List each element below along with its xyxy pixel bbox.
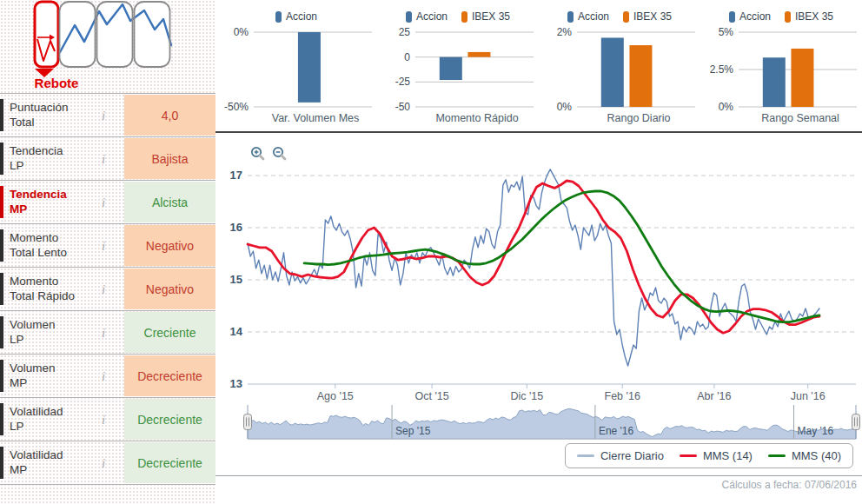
info-icon[interactable]: i xyxy=(102,108,105,123)
row-label: TendenciaLP xyxy=(10,143,63,174)
navigator-area[interactable] xyxy=(248,408,856,439)
row-label: VolumenLP xyxy=(10,317,56,348)
table-row[interactable]: TendenciaLPiBajista xyxy=(0,136,216,180)
info-icon[interactable]: i xyxy=(102,282,105,296)
selected-pattern-label: Rebote xyxy=(26,76,87,90)
info-icon[interactable]: i xyxy=(102,368,105,383)
series-line-mms-40- xyxy=(304,191,819,322)
navigator-handle-right[interactable] xyxy=(852,414,860,430)
y-axis-label: 0% xyxy=(557,101,573,112)
y-axis-label: 14 xyxy=(230,325,243,338)
table-row[interactable]: MomentoTotal LentoiNegativo xyxy=(0,223,216,267)
legend-marker xyxy=(785,11,791,23)
mini-chart: Accion0%-50%Var. Volumen Mes xyxy=(216,0,377,131)
row-label: MomentoTotal Rápido xyxy=(10,274,75,304)
legend-item[interactable]: Cierre Diario xyxy=(577,449,664,462)
bar-IBEX 35[interactable] xyxy=(467,52,490,57)
navigator-label: Ene '16 xyxy=(599,425,634,437)
y-axis-label: -50% xyxy=(224,101,249,112)
mini-chart-legend: AccionIBEX 35 xyxy=(539,0,700,25)
zoom-out-button[interactable] xyxy=(272,146,288,165)
bar-IBEX 35[interactable] xyxy=(791,49,813,107)
row-value: Decreciente xyxy=(124,399,216,440)
series-line-cierre-diario xyxy=(248,169,819,366)
legend-item[interactable]: IBEX 35 xyxy=(785,10,833,23)
legend-item[interactable]: Accion xyxy=(406,10,448,23)
legend-label: Accion xyxy=(286,10,317,23)
zoom-in-button[interactable] xyxy=(250,146,266,165)
info-icon[interactable]: i xyxy=(102,195,105,209)
legend-marker xyxy=(768,454,786,457)
bar-Accion[interactable] xyxy=(601,37,624,107)
mini-chart-legend: Accion xyxy=(216,0,377,25)
mini-charts: Accion0%-50%Var. Volumen MesAccionIBEX 3… xyxy=(216,0,862,133)
bar-Accion[interactable] xyxy=(763,57,786,107)
table-row[interactable]: PuntuaciónTotali4,0 xyxy=(0,93,216,136)
row-label: VolatilidadMP xyxy=(10,448,63,478)
legend-item[interactable]: IBEX 35 xyxy=(461,10,510,23)
row-value: Creciente xyxy=(124,312,216,353)
table-row[interactable]: TendenciaMPiAlcista xyxy=(0,180,216,223)
legend-marker xyxy=(461,11,467,23)
mini-chart-legend: AccionIBEX 35 xyxy=(700,0,862,25)
legend-item[interactable]: IBEX 35 xyxy=(623,10,672,23)
legend-label: MMS (14) xyxy=(703,449,753,462)
row-value: Bajista xyxy=(124,138,216,179)
row-accent-bar xyxy=(0,403,3,435)
table-row[interactable]: VolumenMPiDecreciente xyxy=(0,354,216,397)
pattern-box-bg xyxy=(60,2,96,67)
x-axis-label: Abr '16 xyxy=(697,390,731,402)
legend-label: Accion xyxy=(416,10,448,23)
legend-marker xyxy=(567,11,574,23)
legend-item[interactable]: Accion xyxy=(729,10,771,23)
row-label: PuntuaciónTotal xyxy=(10,100,69,130)
legend-item[interactable]: Accion xyxy=(275,10,317,23)
table-row[interactable]: VolumenLPiCreciente xyxy=(0,310,216,354)
mini-chart: AccionIBEX 355%2.5%0%Rango Semanal xyxy=(700,0,862,131)
pattern-box-bg xyxy=(135,2,170,67)
pattern-icons[interactable] xyxy=(0,0,182,80)
row-value: 4,0 xyxy=(124,95,216,136)
x-axis-label: Jun '16 xyxy=(791,390,826,402)
info-icon[interactable]: i xyxy=(102,455,105,470)
row-accent-bar xyxy=(0,99,3,131)
table-row[interactable]: MomentoTotal RápidoiNegativo xyxy=(0,267,216,310)
legend-item[interactable]: Accion xyxy=(567,10,609,23)
info-icon[interactable]: i xyxy=(102,238,105,253)
y-axis-label: 2% xyxy=(557,26,573,38)
y-axis-label: 5% xyxy=(719,26,734,38)
table-row[interactable]: VolatilidadLPiDecreciente xyxy=(0,397,216,441)
main-chart-svg[interactable]: 1716151413Ago '15Oct '15Dic '15Feb '16Ab… xyxy=(216,133,862,475)
legend-label: Accion xyxy=(578,10,609,23)
mini-chart: AccionIBEX 35250-25-50Momento Rápido xyxy=(377,0,539,131)
row-value: Decreciente xyxy=(124,355,216,396)
bar-Accion[interactable] xyxy=(440,57,462,80)
y-axis-label: 0 xyxy=(404,51,410,63)
legend-item[interactable]: MMS (14) xyxy=(680,449,753,462)
legend-label: IBEX 35 xyxy=(795,10,833,23)
info-icon[interactable]: i xyxy=(102,325,105,340)
row-accent-bar xyxy=(0,229,3,262)
mini-chart-legend: AccionIBEX 35 xyxy=(377,0,539,25)
row-value: Decreciente xyxy=(124,442,216,483)
table-row[interactable]: VolatilidadMPiDecreciente xyxy=(0,441,216,485)
row-accent-bar xyxy=(0,273,3,305)
pattern-box-bg xyxy=(97,2,133,67)
row-accent-bar xyxy=(0,360,3,392)
legend-item[interactable]: MMS (40) xyxy=(768,449,841,462)
mini-chart: AccionIBEX 352%0%Rango Diario xyxy=(539,0,700,131)
x-axis-label: Oct '15 xyxy=(414,390,448,402)
footer-date: Cálculos a fecha: 07/06/2016 xyxy=(216,479,857,491)
y-axis-label: 0% xyxy=(234,26,249,38)
x-axis-label: Dic '15 xyxy=(510,390,543,402)
legend-label: MMS (40) xyxy=(792,449,841,462)
bar-Accion[interactable] xyxy=(298,32,321,103)
row-label: VolatilidadLP xyxy=(10,404,63,434)
navigator-handle-left[interactable] xyxy=(244,414,252,430)
main-chart-legend: Cierre DiarioMMS (14)MMS (40) xyxy=(565,443,853,468)
mini-chart-title: Var. Volumen Mes xyxy=(216,112,377,124)
bar-IBEX 35[interactable] xyxy=(629,45,652,107)
info-icon[interactable]: i xyxy=(102,151,105,166)
mini-chart-title: Rango Diario xyxy=(539,112,700,124)
info-icon[interactable]: i xyxy=(102,412,105,427)
